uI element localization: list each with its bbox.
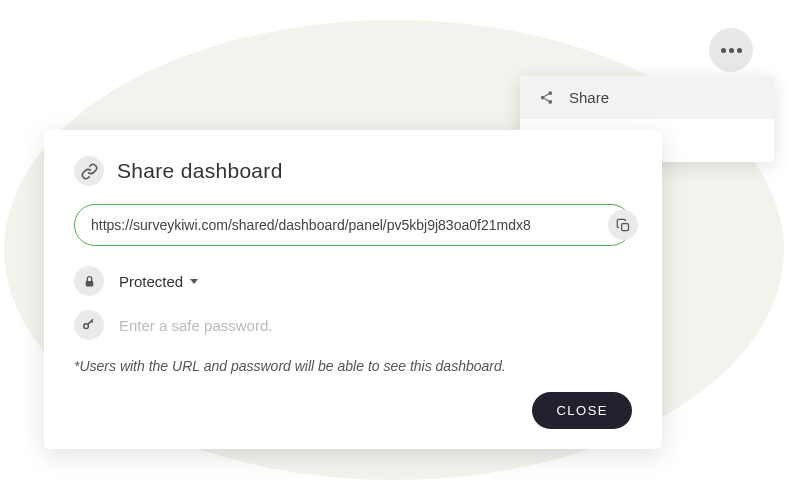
svg-point-6 (84, 324, 89, 329)
svg-rect-4 (621, 223, 628, 230)
dot-icon (721, 48, 726, 53)
svg-point-1 (540, 96, 544, 100)
share-icon (538, 90, 554, 106)
dot-icon (737, 48, 742, 53)
dropdown-item-share[interactable]: Share (520, 76, 774, 119)
close-button[interactable]: CLOSE (532, 392, 632, 429)
visibility-label: Protected (119, 273, 183, 290)
url-row (74, 204, 632, 246)
modal-header: Share dashboard (74, 156, 632, 186)
svg-point-0 (548, 91, 552, 95)
visibility-row: Protected (74, 266, 632, 296)
link-icon (74, 156, 104, 186)
more-options-button[interactable] (709, 28, 753, 72)
share-url-input[interactable] (74, 204, 632, 246)
modal-footer: CLOSE (74, 392, 632, 429)
hint-text: *Users with the URL and password will be… (74, 358, 632, 374)
lock-icon (74, 266, 104, 296)
modal-title: Share dashboard (117, 159, 283, 183)
chevron-down-icon (190, 279, 198, 284)
share-modal: Share dashboard Protected (44, 130, 662, 449)
visibility-select[interactable]: Protected (119, 273, 198, 290)
svg-rect-5 (85, 280, 93, 285)
dot-icon (729, 48, 734, 53)
copy-url-button[interactable] (608, 210, 638, 240)
password-input[interactable] (119, 317, 632, 334)
svg-point-2 (548, 100, 552, 104)
key-icon (74, 310, 104, 340)
dropdown-label-share: Share (569, 89, 609, 106)
password-row (74, 310, 632, 340)
